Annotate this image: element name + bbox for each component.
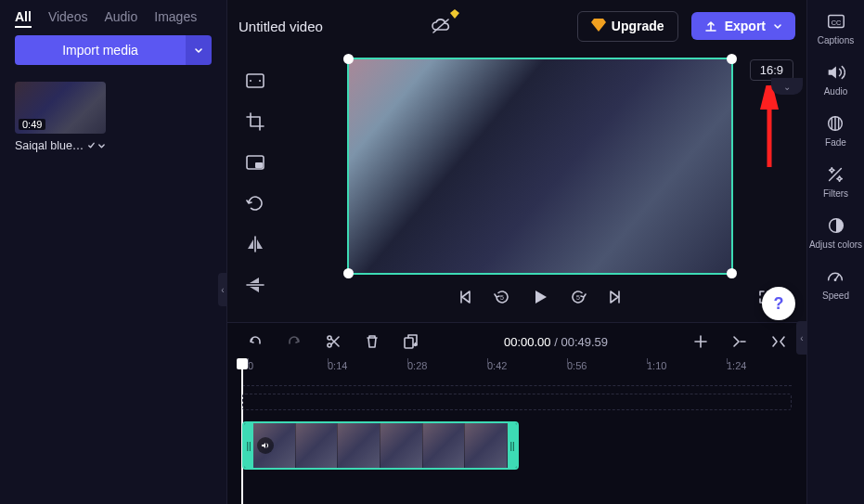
- project-title-input[interactable]: [239, 19, 415, 34]
- ruler-tick: 0:14: [328, 360, 347, 371]
- tab-all[interactable]: All: [15, 9, 32, 28]
- canvas-area: 16:9 5 5 ? ⌄: [274, 52, 806, 322]
- ruler-tick: 1:10: [647, 360, 666, 371]
- ruler-tick: 1:24: [727, 360, 746, 371]
- topbar: Upgrade Export: [227, 0, 806, 52]
- export-label: Export: [725, 19, 766, 33]
- resize-handle-tl[interactable]: [343, 54, 354, 64]
- chevron-down-icon: [194, 45, 203, 55]
- rotate-tool[interactable]: [241, 189, 269, 217]
- skip-start-button[interactable]: [458, 290, 472, 304]
- svg-text:CC: CC: [831, 19, 841, 27]
- collapse-right-panel[interactable]: ‹: [796, 321, 807, 355]
- upload-icon: [704, 19, 717, 32]
- resize-handle-br[interactable]: [727, 268, 737, 278]
- svg-point-1: [250, 80, 251, 82]
- media-thumbnail: 0:49: [15, 82, 106, 134]
- help-button[interactable]: ?: [762, 287, 795, 320]
- ruler-tick: 0: [248, 360, 253, 371]
- tab-audio[interactable]: Audio: [104, 9, 137, 28]
- chevron-down-icon[interactable]: [97, 141, 106, 150]
- rewind-button[interactable]: 5: [493, 288, 511, 306]
- fade-tab[interactable]: Fade: [825, 113, 846, 148]
- media-item[interactable]: 0:49 Saiqal blues f...: [15, 82, 106, 152]
- chevron-down-icon: [773, 21, 782, 31]
- canvas-toolbar: [227, 52, 274, 322]
- tab-images[interactable]: Images: [154, 9, 197, 28]
- flip-vertical-tool[interactable]: [241, 271, 269, 299]
- resize-handle-tr[interactable]: [727, 54, 737, 64]
- duplicate-button[interactable]: [398, 329, 424, 355]
- svg-rect-4: [255, 162, 263, 168]
- zoom-fit-button[interactable]: [766, 329, 792, 355]
- filters-tab[interactable]: Filters: [823, 164, 848, 199]
- expand-properties-toggle[interactable]: ⌄: [771, 78, 803, 95]
- svg-rect-0: [247, 74, 264, 87]
- timeline-ruler[interactable]: 0 0:14 0:28 0:42 0:56 1:10 1:24: [242, 360, 792, 386]
- skip-end-button[interactable]: [608, 290, 623, 304]
- import-media-button[interactable]: Import media: [15, 35, 186, 65]
- clip-trim-left[interactable]: ||: [244, 423, 253, 468]
- center-panel: Upgrade Export 16:9: [227, 0, 806, 504]
- clip-trim-right[interactable]: ||: [508, 423, 517, 468]
- media-duration: 0:49: [19, 119, 45, 130]
- video-canvas[interactable]: [347, 58, 733, 275]
- diamond-badge-icon: [450, 9, 459, 19]
- flip-horizontal-tool[interactable]: [241, 230, 269, 258]
- upgrade-label: Upgrade: [612, 19, 664, 33]
- adjust-colors-tab[interactable]: Adjust colors: [809, 215, 862, 250]
- tab-videos[interactable]: Videos: [48, 9, 88, 28]
- empty-track[interactable]: [242, 394, 792, 410]
- collapse-left-panel[interactable]: ‹: [218, 273, 227, 306]
- ruler-tick: 0:28: [407, 360, 427, 371]
- timeline-clip[interactable]: Saiqal blues file 4.mp4 || ||: [242, 421, 519, 470]
- playback-bar: 5 5: [274, 282, 806, 317]
- speed-tab[interactable]: Speed: [822, 266, 849, 301]
- svg-point-15: [834, 278, 837, 281]
- play-button[interactable]: [532, 289, 548, 305]
- annotation-arrow: [760, 85, 779, 169]
- audio-tab[interactable]: Audio: [824, 62, 848, 97]
- crop-tool[interactable]: [241, 108, 269, 136]
- svg-rect-10: [405, 338, 413, 348]
- fit-tool[interactable]: [241, 67, 269, 95]
- diamond-icon: [591, 19, 606, 34]
- import-media-dropdown[interactable]: [186, 35, 212, 65]
- timeline-toolbar: 00:00.00 / 00:49.59: [227, 323, 806, 360]
- add-track-button[interactable]: [688, 329, 714, 355]
- timeline: 00:00.00 / 00:49.59 0 0:14 0:28 0:42 0:5…: [227, 322, 806, 504]
- media-tabs: All Videos Audio Images: [0, 0, 226, 35]
- timeline-timecode: 00:00.00 / 00:49.59: [504, 335, 608, 349]
- pip-tool[interactable]: [241, 149, 269, 176]
- forward-button[interactable]: 5: [569, 288, 587, 306]
- svg-text:5: 5: [576, 294, 580, 301]
- svg-text:5: 5: [500, 294, 504, 301]
- export-button[interactable]: Export: [691, 12, 795, 40]
- upgrade-button[interactable]: Upgrade: [577, 11, 678, 42]
- redo-button[interactable]: [281, 329, 307, 355]
- undo-button[interactable]: [242, 329, 268, 355]
- svg-point-2: [259, 80, 261, 82]
- resize-handle-bl[interactable]: [343, 268, 354, 278]
- captions-tab[interactable]: CC Captions: [818, 11, 854, 45]
- cloud-sync-off-icon[interactable]: [428, 13, 454, 39]
- ruler-tick: 0:56: [567, 360, 587, 371]
- split-button[interactable]: [320, 329, 346, 355]
- playhead[interactable]: [237, 358, 248, 369]
- check-icon: [87, 141, 96, 150]
- delete-button[interactable]: [359, 329, 385, 355]
- timeline-tracks: Saiqal blues file 4.mp4 || ||: [227, 386, 806, 504]
- clip-audio-icon[interactable]: [257, 437, 274, 454]
- properties-panel: CC Captions Audio Fade Filters Adjust co…: [806, 0, 864, 504]
- ruler-tick: 0:42: [487, 360, 507, 371]
- zoom-out-button[interactable]: [727, 329, 753, 355]
- media-filename: Saiqal blues f...: [15, 139, 85, 152]
- media-panel: All Videos Audio Images Import media 0:4…: [0, 0, 227, 504]
